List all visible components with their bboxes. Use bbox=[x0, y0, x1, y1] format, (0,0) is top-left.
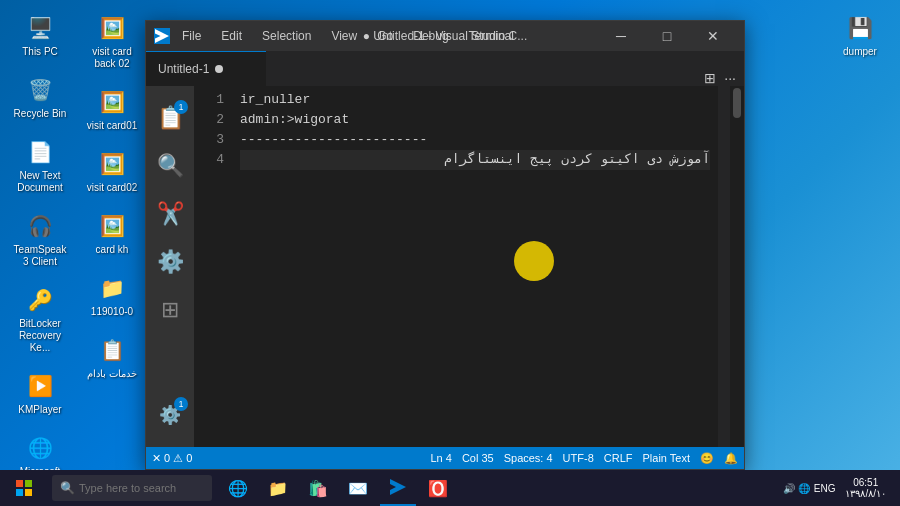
activity-search[interactable]: 🔍 bbox=[146, 142, 194, 190]
taskbar: 🔍 🌐 📁 🛍️ ✉️ 🅾️ 🔊 🌐 ENG 06:51 ۱۳۹۸/۸/۱۰ bbox=[0, 470, 900, 506]
svg-rect-2 bbox=[16, 489, 23, 496]
extensions-icon: ⊞ bbox=[161, 297, 179, 323]
status-encoding[interactable]: UTF-8 bbox=[563, 452, 594, 464]
lang-indicator[interactable]: ENG bbox=[814, 483, 836, 494]
status-col[interactable]: Col 35 bbox=[462, 452, 494, 464]
desktop-icon-this-pc[interactable]: 🖥️ This PC bbox=[8, 8, 72, 62]
activity-bar: 📋 1 🔍 ✂️ ⚙️ ⊞ ⚙️ 1 bbox=[146, 86, 194, 447]
taskbar-clock[interactable]: 06:51 ۱۳۹۸/۸/۱۰ bbox=[839, 477, 892, 499]
status-line[interactable]: Ln 4 bbox=[430, 452, 451, 464]
source-control-icon: ✂️ bbox=[157, 201, 184, 227]
code-line-1: ir_nuller bbox=[240, 90, 710, 110]
taskbar-vscode-icon[interactable] bbox=[380, 470, 416, 506]
desktop-icon-119010[interactable]: 📁 119010-0 bbox=[80, 268, 144, 322]
taskbar-mail-icon[interactable]: ✉️ bbox=[340, 470, 376, 506]
error-icon: ✕ bbox=[152, 452, 161, 465]
activity-settings[interactable]: ⚙️ 1 bbox=[146, 391, 194, 439]
tray-icons: 🔊 🌐 bbox=[783, 483, 810, 494]
error-count: 0 bbox=[164, 452, 170, 464]
code-area: 1 2 3 4 ir_nuller admin:>wigorat -------… bbox=[194, 86, 744, 447]
activity-bottom: ⚙️ 1 bbox=[146, 391, 194, 447]
svg-rect-3 bbox=[25, 489, 32, 496]
svg-rect-1 bbox=[25, 480, 32, 487]
activity-extensions[interactable]: ⊞ bbox=[146, 286, 194, 334]
warning-count: 0 bbox=[186, 452, 192, 464]
code-line-4: آموزش دی اکیتو کردن پیج اینستاگرام bbox=[240, 150, 710, 170]
desktop: 🖥️ This PC 🗑️ Recycle Bin 📄 New Text Doc… bbox=[0, 0, 900, 506]
desktop-icon-visit-card02[interactable]: 🖼️ visit card02 bbox=[80, 144, 144, 198]
status-language[interactable]: Plain Text bbox=[643, 452, 691, 464]
window-title: ● Untitled-1 - Visual Studio C... bbox=[363, 29, 527, 43]
taskbar-file-explorer-icon[interactable]: 📁 bbox=[260, 470, 296, 506]
editor-tab[interactable]: Untitled-1 bbox=[146, 51, 266, 86]
more-actions-icon[interactable]: ··· bbox=[724, 70, 736, 86]
tab-actions: ⊞ ··· bbox=[704, 70, 744, 86]
split-editor-icon[interactable]: ⊞ bbox=[704, 70, 716, 86]
status-errors[interactable]: ✕ 0 ⚠ 0 bbox=[152, 452, 192, 465]
desktop-icon-teamspeak[interactable]: 🎧 TeamSpeak 3 Client bbox=[8, 206, 72, 272]
status-spaces[interactable]: Spaces: 4 bbox=[504, 452, 553, 464]
status-right: Ln 4 Col 35 Spaces: 4 UTF-8 CRLF Plain T… bbox=[430, 452, 738, 465]
activity-explorer[interactable]: 📋 1 bbox=[146, 94, 194, 142]
status-bell[interactable]: 🔔 bbox=[724, 452, 738, 465]
taskbar-pinned-icons: 🌐 📁 🛍️ ✉️ 🅾️ bbox=[220, 470, 456, 506]
taskbar-store-icon[interactable]: 🛍️ bbox=[300, 470, 336, 506]
main-content: 📋 1 🔍 ✂️ ⚙️ ⊞ ⚙️ 1 bbox=[146, 86, 744, 447]
desktop-icon-bitlocker[interactable]: 🔑 BitLocker Recovery Ke... bbox=[8, 280, 72, 358]
status-bar: ✕ 0 ⚠ 0 Ln 4 Col 35 Spaces: 4 UTF-8 CRLF… bbox=[146, 447, 744, 469]
start-button[interactable] bbox=[0, 470, 48, 506]
code-line-3: ------------------------ bbox=[240, 130, 710, 150]
search-input[interactable] bbox=[79, 482, 204, 494]
desktop-icon-dumper[interactable]: 💾 dumper bbox=[828, 8, 892, 62]
scrollbar-thumb bbox=[733, 88, 741, 118]
close-button[interactable]: ✕ bbox=[690, 21, 736, 51]
taskbar-tray: 🔊 🌐 ENG 06:51 ۱۳۹۸/۸/۱۰ bbox=[783, 477, 900, 499]
tab-modified-dot bbox=[215, 65, 223, 73]
desktop-icon-recycle-bin[interactable]: 🗑️ Recycle Bin bbox=[8, 70, 72, 124]
desktop-icons-col2: 🖼️ visit card back 02 🖼️ visit card01 🖼️… bbox=[80, 8, 144, 384]
menu-selection[interactable]: Selection bbox=[258, 27, 315, 45]
editor-area[interactable]: 1 2 3 4 ir_nuller admin:>wigorat -------… bbox=[194, 86, 744, 447]
minimize-button[interactable]: ─ bbox=[598, 21, 644, 51]
clock-date: ۱۳۹۸/۸/۱۰ bbox=[845, 488, 886, 499]
scrollbar[interactable] bbox=[730, 86, 744, 447]
warning-icon: ⚠ bbox=[173, 452, 183, 465]
tab-bar: Untitled-1 ⊞ ··· bbox=[146, 51, 744, 86]
window-controls: ─ □ ✕ bbox=[598, 21, 736, 51]
title-bar: File Edit Selection View Go Debug Termin… bbox=[146, 21, 744, 51]
debug-icon: ⚙️ bbox=[157, 249, 184, 275]
settings-badge: 1 bbox=[174, 397, 188, 411]
tab-name: Untitled-1 bbox=[158, 62, 209, 76]
activity-debug[interactable]: ⚙️ bbox=[146, 238, 194, 286]
cursor-indicator bbox=[514, 241, 554, 281]
desktop-icon-new-text[interactable]: 📄 New Text Document bbox=[8, 132, 72, 198]
desktop-icon-khadam[interactable]: 📋 خدمات بادام bbox=[80, 330, 144, 384]
menu-view[interactable]: View bbox=[327, 27, 361, 45]
status-left: ✕ 0 ⚠ 0 bbox=[152, 452, 192, 465]
desktop-icon-card-kh[interactable]: 🖼️ card kh bbox=[80, 206, 144, 260]
status-line-ending[interactable]: CRLF bbox=[604, 452, 633, 464]
line-numbers: 1 2 3 4 bbox=[194, 86, 232, 447]
search-icon-taskbar: 🔍 bbox=[60, 481, 75, 495]
desktop-icon-kmplayer[interactable]: ▶️ KMPlayer bbox=[8, 366, 72, 420]
svg-rect-0 bbox=[16, 480, 23, 487]
menu-edit[interactable]: Edit bbox=[217, 27, 246, 45]
taskbar-opera-icon[interactable]: 🅾️ bbox=[420, 470, 456, 506]
desktop-icon-visit-card-back02[interactable]: 🖼️ visit card back 02 bbox=[80, 8, 144, 74]
desktop-icons-left: 🖥️ This PC 🗑️ Recycle Bin 📄 New Text Doc… bbox=[8, 8, 72, 506]
activity-source-control[interactable]: ✂️ bbox=[146, 190, 194, 238]
maximize-button[interactable]: □ bbox=[644, 21, 690, 51]
search-icon: 🔍 bbox=[157, 153, 184, 179]
vscode-window: File Edit Selection View Go Debug Termin… bbox=[145, 20, 745, 470]
clock-time: 06:51 bbox=[845, 477, 886, 488]
vscode-icon bbox=[154, 28, 170, 44]
taskbar-search[interactable]: 🔍 bbox=[52, 475, 212, 501]
code-line-2: admin:>wigorat bbox=[240, 110, 710, 130]
status-smiley: 😊 bbox=[700, 452, 714, 465]
menu-file[interactable]: File bbox=[178, 27, 205, 45]
taskbar-edge-icon[interactable]: 🌐 bbox=[220, 470, 256, 506]
minimap bbox=[718, 86, 730, 447]
explorer-badge: 1 bbox=[174, 100, 188, 114]
code-content[interactable]: ir_nuller admin:>wigorat ---------------… bbox=[232, 86, 718, 447]
desktop-icon-visit-card01[interactable]: 🖼️ visit card01 bbox=[80, 82, 144, 136]
